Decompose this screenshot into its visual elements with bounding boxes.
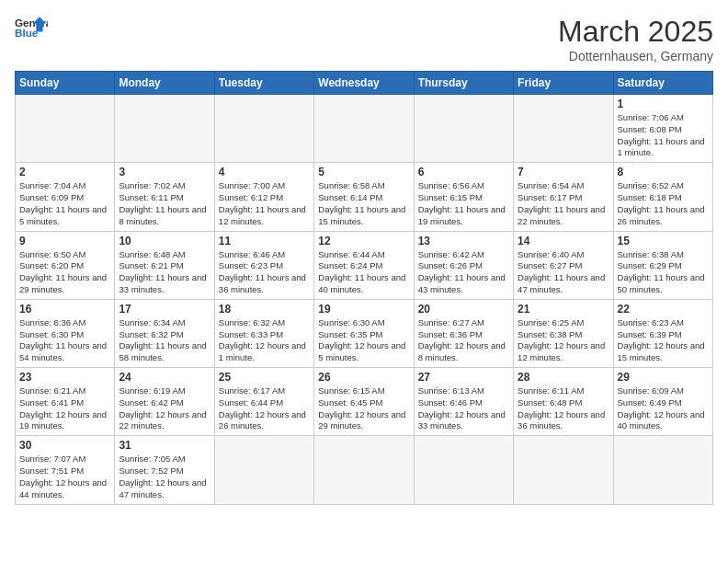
table-row: 30Sunrise: 7:07 AM Sunset: 7:51 PM Dayli…: [16, 436, 115, 504]
day-number: 11: [219, 235, 310, 247]
table-row: 2Sunrise: 7:04 AM Sunset: 6:09 PM Daylig…: [16, 163, 115, 231]
page-header: General Blue March 2025 Dotternhausen, G…: [15, 15, 713, 63]
day-number: 19: [318, 303, 409, 316]
table-row: 15Sunrise: 6:38 AM Sunset: 6:29 PM Dayli…: [613, 231, 712, 299]
table-row: 10Sunrise: 6:48 AM Sunset: 6:21 PM Dayli…: [115, 231, 214, 299]
table-row: [414, 436, 513, 504]
table-row: 29Sunrise: 6:09 AM Sunset: 6:49 PM Dayli…: [613, 368, 712, 436]
table-row: [314, 436, 414, 504]
day-info: Sunrise: 6:19 AM Sunset: 6:42 PM Dayligh…: [119, 385, 210, 432]
table-row: [214, 95, 313, 163]
day-number: 21: [518, 303, 609, 316]
day-info: Sunrise: 6:09 AM Sunset: 6:49 PM Dayligh…: [618, 385, 709, 432]
day-number: 17: [119, 303, 210, 316]
table-row: [613, 436, 712, 504]
day-info: Sunrise: 6:54 AM Sunset: 6:17 PM Dayligh…: [518, 180, 609, 227]
day-info: Sunrise: 6:23 AM Sunset: 6:39 PM Dayligh…: [618, 317, 709, 364]
table-row: 27Sunrise: 6:13 AM Sunset: 6:46 PM Dayli…: [414, 368, 513, 436]
table-row: 18Sunrise: 6:32 AM Sunset: 6:33 PM Dayli…: [214, 299, 313, 367]
day-info: Sunrise: 7:07 AM Sunset: 7:51 PM Dayligh…: [19, 454, 110, 500]
day-info: Sunrise: 6:52 AM Sunset: 6:18 PM Dayligh…: [618, 180, 709, 227]
calendar-header-row: Sunday Monday Tuesday Wednesday Thursday…: [16, 72, 713, 95]
day-info: Sunrise: 6:21 AM Sunset: 6:41 PM Dayligh…: [19, 385, 110, 432]
table-row: [314, 95, 414, 163]
day-info: Sunrise: 6:30 AM Sunset: 6:35 PM Dayligh…: [318, 317, 409, 364]
day-number: 10: [119, 235, 210, 247]
day-info: Sunrise: 6:11 AM Sunset: 6:48 PM Dayligh…: [518, 385, 609, 432]
day-number: 2: [19, 166, 110, 178]
day-number: 5: [318, 166, 409, 178]
day-info: Sunrise: 7:06 AM Sunset: 6:08 PM Dayligh…: [618, 112, 709, 159]
day-number: 15: [618, 235, 709, 247]
logo: General Blue: [15, 15, 48, 40]
day-info: Sunrise: 6:58 AM Sunset: 6:14 PM Dayligh…: [318, 180, 409, 227]
table-row: 12Sunrise: 6:44 AM Sunset: 6:24 PM Dayli…: [314, 231, 414, 299]
table-row: [514, 95, 613, 163]
table-row: 6Sunrise: 6:56 AM Sunset: 6:15 PM Daylig…: [414, 163, 513, 231]
title-block: March 2025 Dotternhausen, Germany: [558, 15, 713, 63]
col-thursday: Thursday: [414, 72, 513, 95]
day-number: 13: [418, 235, 509, 247]
day-number: 22: [618, 303, 709, 316]
table-row: 3Sunrise: 7:02 AM Sunset: 6:11 PM Daylig…: [115, 163, 214, 231]
table-row: 16Sunrise: 6:36 AM Sunset: 6:30 PM Dayli…: [16, 299, 115, 367]
table-row: [414, 95, 513, 163]
day-number: 29: [618, 371, 709, 384]
day-info: Sunrise: 7:05 AM Sunset: 7:52 PM Dayligh…: [119, 454, 210, 500]
day-number: 24: [119, 371, 210, 384]
day-number: 30: [19, 439, 110, 452]
table-row: 22Sunrise: 6:23 AM Sunset: 6:39 PM Dayli…: [613, 299, 712, 367]
day-info: Sunrise: 6:38 AM Sunset: 6:29 PM Dayligh…: [618, 249, 709, 296]
col-tuesday: Tuesday: [214, 72, 313, 95]
table-row: 31Sunrise: 7:05 AM Sunset: 7:52 PM Dayli…: [115, 436, 214, 504]
day-info: Sunrise: 6:25 AM Sunset: 6:38 PM Dayligh…: [518, 317, 609, 364]
month-title: March 2025: [558, 15, 713, 49]
day-number: 16: [19, 303, 110, 316]
table-row: 1Sunrise: 7:06 AM Sunset: 6:08 PM Daylig…: [613, 95, 712, 163]
day-number: 25: [219, 371, 310, 384]
table-row: 14Sunrise: 6:40 AM Sunset: 6:27 PM Dayli…: [514, 231, 613, 299]
day-number: 4: [219, 166, 310, 178]
day-number: 7: [518, 166, 609, 178]
table-row: 5Sunrise: 6:58 AM Sunset: 6:14 PM Daylig…: [314, 163, 414, 231]
day-number: 3: [119, 166, 210, 178]
day-info: Sunrise: 7:00 AM Sunset: 6:12 PM Dayligh…: [219, 180, 310, 227]
day-info: Sunrise: 6:42 AM Sunset: 6:26 PM Dayligh…: [418, 249, 509, 296]
table-row: [214, 436, 313, 504]
table-row: 26Sunrise: 6:15 AM Sunset: 6:45 PM Dayli…: [314, 368, 414, 436]
table-row: 20Sunrise: 6:27 AM Sunset: 6:36 PM Dayli…: [414, 299, 513, 367]
col-wednesday: Wednesday: [314, 72, 414, 95]
table-row: 7Sunrise: 6:54 AM Sunset: 6:17 PM Daylig…: [514, 163, 613, 231]
day-number: 18: [219, 303, 310, 316]
calendar-week-row: 2Sunrise: 7:04 AM Sunset: 6:09 PM Daylig…: [16, 163, 713, 231]
day-number: 26: [318, 371, 409, 384]
calendar-week-row: 30Sunrise: 7:07 AM Sunset: 7:51 PM Dayli…: [16, 436, 713, 504]
svg-text:Blue: Blue: [15, 27, 39, 39]
table-row: 8Sunrise: 6:52 AM Sunset: 6:18 PM Daylig…: [613, 163, 712, 231]
day-number: 8: [618, 166, 709, 178]
day-info: Sunrise: 6:46 AM Sunset: 6:23 PM Dayligh…: [219, 249, 310, 296]
day-info: Sunrise: 7:04 AM Sunset: 6:09 PM Dayligh…: [19, 180, 110, 227]
day-number: 31: [119, 439, 210, 452]
calendar-week-row: 16Sunrise: 6:36 AM Sunset: 6:30 PM Dayli…: [16, 299, 713, 367]
table-row: 11Sunrise: 6:46 AM Sunset: 6:23 PM Dayli…: [214, 231, 313, 299]
day-info: Sunrise: 6:13 AM Sunset: 6:46 PM Dayligh…: [418, 385, 509, 432]
table-row: 19Sunrise: 6:30 AM Sunset: 6:35 PM Dayli…: [314, 299, 414, 367]
day-info: Sunrise: 7:02 AM Sunset: 6:11 PM Dayligh…: [119, 180, 210, 227]
day-info: Sunrise: 6:15 AM Sunset: 6:45 PM Dayligh…: [318, 385, 409, 432]
calendar-week-row: 9Sunrise: 6:50 AM Sunset: 6:20 PM Daylig…: [16, 231, 713, 299]
calendar-week-row: 23Sunrise: 6:21 AM Sunset: 6:41 PM Dayli…: [16, 368, 713, 436]
col-saturday: Saturday: [613, 72, 712, 95]
day-info: Sunrise: 6:44 AM Sunset: 6:24 PM Dayligh…: [318, 249, 409, 296]
day-number: 28: [518, 371, 609, 384]
day-info: Sunrise: 6:36 AM Sunset: 6:30 PM Dayligh…: [19, 317, 110, 364]
day-number: 23: [19, 371, 110, 384]
calendar-table: Sunday Monday Tuesday Wednesday Thursday…: [15, 71, 713, 505]
day-info: Sunrise: 6:48 AM Sunset: 6:21 PM Dayligh…: [119, 249, 210, 296]
day-number: 6: [418, 166, 509, 178]
table-row: [16, 95, 115, 163]
table-row: 17Sunrise: 6:34 AM Sunset: 6:32 PM Dayli…: [115, 299, 214, 367]
col-sunday: Sunday: [16, 72, 115, 95]
table-row: 24Sunrise: 6:19 AM Sunset: 6:42 PM Dayli…: [115, 368, 214, 436]
table-row: 23Sunrise: 6:21 AM Sunset: 6:41 PM Dayli…: [16, 368, 115, 436]
